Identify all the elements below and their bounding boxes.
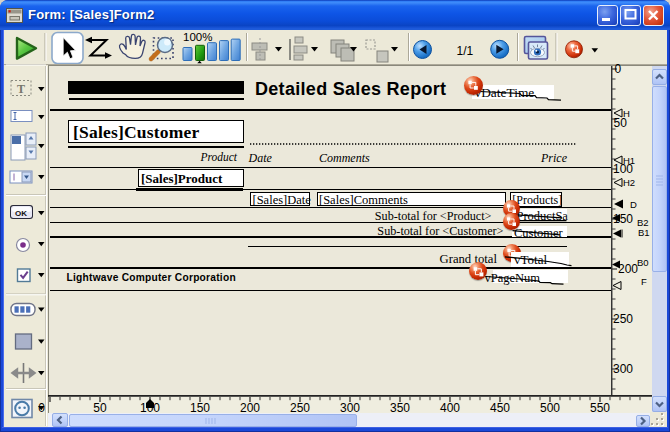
svg-text:H2: H2 (623, 177, 635, 188)
svg-text:250: 250 (613, 312, 633, 326)
svg-text:300: 300 (613, 362, 633, 376)
svg-text:B0: B0 (637, 257, 649, 268)
svg-text:D: D (630, 199, 637, 210)
svg-text:200: 200 (618, 262, 638, 276)
svg-text:0: 0 (615, 64, 622, 76)
svg-text:B1: B1 (638, 227, 650, 238)
svg-text:F: F (641, 276, 647, 287)
svg-text:0: 0 (38, 401, 45, 415)
svg-text:H: H (623, 108, 630, 119)
svg-text:H1: H1 (623, 155, 635, 166)
